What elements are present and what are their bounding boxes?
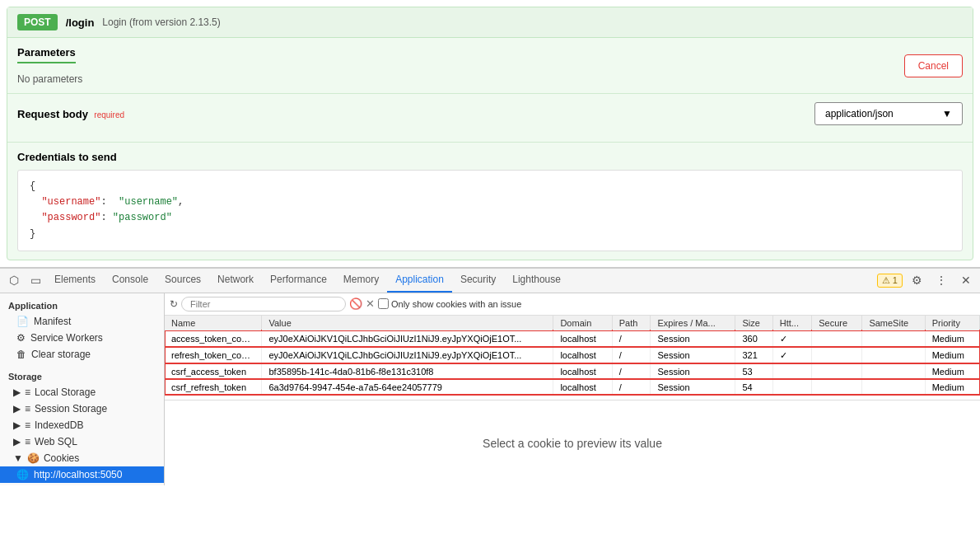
preview-label: Select a cookie to preview its value — [483, 437, 662, 450]
cell-3: / — [612, 347, 651, 363]
cell-2: localhost — [553, 379, 612, 395]
api-path: /login — [66, 16, 95, 29]
tab-network[interactable]: Network — [209, 268, 262, 293]
session-storage-db-icon: ≡ — [25, 403, 30, 415]
cell-6: ✓ — [772, 330, 811, 347]
code-line1: { — [30, 179, 950, 194]
sidebar-item-session-storage[interactable]: ▶ ≡ Session Storage — [0, 400, 164, 417]
content-type-dropdown[interactable]: application/json ▼ — [814, 102, 963, 125]
code-block: { "username": "username", "password": "p… — [17, 170, 963, 251]
cookies-icon: 🍪 — [27, 452, 40, 464]
tab-security[interactable]: Security — [452, 268, 504, 293]
close-icon[interactable]: ✕ — [955, 269, 977, 291]
api-description: Login (from version 2.13.5) — [102, 16, 220, 28]
inspect-icon[interactable]: ⬡ — [3, 269, 25, 291]
sidebar-item-indexeddb[interactable]: ▶ ≡ IndexedDB — [0, 417, 164, 433]
col-path: Path — [612, 316, 651, 331]
local-storage-label: Local Storage — [35, 386, 96, 398]
tab-application[interactable]: Application — [387, 268, 452, 293]
request-body-label: Request body — [17, 108, 88, 120]
device-icon[interactable]: ▭ — [25, 269, 46, 291]
tab-elements[interactable]: Elements — [46, 268, 104, 293]
cell-3: / — [612, 330, 651, 347]
tab-memory[interactable]: Memory — [335, 268, 387, 293]
cell-9: Medium — [925, 347, 979, 363]
cell-4: Session — [651, 347, 735, 363]
cookies-label: Cookies — [44, 452, 79, 464]
cell-8 — [862, 379, 925, 395]
cell-5: 53 — [735, 363, 772, 379]
refresh-icon[interactable]: ↻ — [170, 298, 178, 310]
cell-4: Session — [651, 330, 735, 347]
sidebar-item-localhost[interactable]: 🌐 http://localhost:5050 — [0, 466, 164, 483]
table-row[interactable]: csrf_access_tokenbf35895b-141c-4da0-81b6… — [165, 363, 980, 379]
tab-performance[interactable]: Performance — [262, 268, 335, 293]
cell-2: localhost — [553, 330, 612, 347]
clear-storage-icon: 🗑 — [16, 349, 26, 360]
localhost-icon: 🌐 — [16, 469, 29, 480]
sidebar-item-local-storage[interactable]: ▶ ≡ Local Storage — [0, 384, 164, 400]
more-options-icon[interactable]: ⋮ — [931, 269, 952, 291]
cell-8 — [862, 347, 925, 363]
cell-9: Medium — [925, 379, 979, 395]
session-storage-expand-icon: ▶ — [13, 403, 21, 415]
application-heading: Application — [0, 298, 164, 313]
block-icon[interactable]: 🚫 — [349, 297, 362, 310]
col-domain: Domain — [553, 316, 612, 331]
sidebar-item-manifest[interactable]: 📄 Manifest — [0, 313, 164, 330]
tab-lighthouse[interactable]: Lighthouse — [504, 268, 569, 293]
service-workers-icon: ⚙ — [16, 332, 26, 344]
code-line3: "password": "password" — [30, 210, 950, 226]
filter-clear-icon[interactable]: ✕ — [366, 297, 375, 310]
filter-issues-checkbox[interactable]: Only show cookies with an issue — [378, 298, 521, 309]
col-expires: Expires / Ma... — [651, 316, 735, 331]
cell-7 — [812, 363, 862, 379]
cell-9: Medium — [925, 330, 979, 347]
cell-8 — [862, 330, 925, 347]
websql-icon: ≡ — [25, 436, 30, 447]
cell-5: 54 — [735, 379, 772, 395]
cell-1: eyJ0eXAiOiJKV1QiLCJhbGciOiJIUzI1NiJ9.eyJ… — [262, 330, 553, 347]
filter-bar: ↻ 🚫 ✕ Only show cookies with an issue — [165, 293, 980, 316]
cell-1: eyJ0eXAiOiJKV1QiLCJhbGciOiJIUzI1NiJ9.eyJ… — [262, 347, 553, 363]
table-row[interactable]: access_token_cookieeyJ0eXAiOiJKV1QiLCJhb… — [165, 330, 980, 347]
local-storage-db-icon: ≡ — [25, 386, 30, 398]
cell-4: Session — [651, 363, 735, 379]
service-workers-label: Service Workers — [30, 332, 103, 344]
cancel-button[interactable]: Cancel — [904, 54, 963, 77]
clear-storage-label: Clear storage — [31, 349, 91, 360]
cell-0: csrf_access_token — [165, 363, 262, 379]
credentials-section: Credentials to send { "username": "usern… — [7, 143, 973, 260]
parameters-section: Parameters No parameters Cancel — [7, 38, 973, 94]
cell-7 — [812, 347, 862, 363]
cookies-table-scroll[interactable]: Name Value Domain Path Expires / Ma... S… — [165, 316, 980, 400]
manifest-icon: 📄 — [16, 316, 29, 327]
credentials-label: Credentials to send — [17, 151, 963, 163]
sidebar-item-cookies[interactable]: ▼ 🍪 Cookies — [0, 450, 164, 466]
tab-sources[interactable]: Sources — [156, 268, 209, 293]
filter-input[interactable] — [181, 297, 346, 311]
no-params-label: No parameters — [17, 73, 82, 85]
col-priority: Priority — [925, 316, 979, 331]
indexeddb-label: IndexedDB — [35, 419, 83, 431]
method-badge: POST — [17, 14, 58, 30]
sidebar-item-service-workers[interactable]: ⚙ Service Workers — [0, 330, 164, 346]
col-htt: Htt... — [772, 316, 811, 331]
settings-icon[interactable]: ⚙ — [906, 269, 927, 291]
websql-label: Web SQL — [35, 436, 77, 447]
sidebar-item-clear-storage[interactable]: 🗑 Clear storage — [0, 346, 164, 363]
cell-7 — [812, 330, 862, 347]
cell-1: bf35895b-141c-4da0-81b6-f8e131c310f8 — [262, 363, 553, 379]
indexeddb-icon: ≡ — [25, 419, 30, 431]
tab-console[interactable]: Console — [104, 268, 156, 293]
storage-heading: Storage — [0, 369, 164, 384]
table-row[interactable]: refresh_token_cookieeyJ0eXAiOiJKV1QiLCJh… — [165, 347, 980, 363]
col-secure: Secure — [812, 316, 862, 331]
col-name: Name — [165, 316, 262, 331]
cell-2: localhost — [553, 363, 612, 379]
table-row[interactable]: csrf_refresh_token6a3d9764-9947-454e-a7a… — [165, 379, 980, 395]
cell-6 — [772, 363, 811, 379]
local-storage-expand-icon: ▶ — [13, 386, 21, 398]
sidebar-item-websql[interactable]: ▶ ≡ Web SQL — [0, 433, 164, 450]
filter-issues-input[interactable] — [378, 298, 389, 309]
